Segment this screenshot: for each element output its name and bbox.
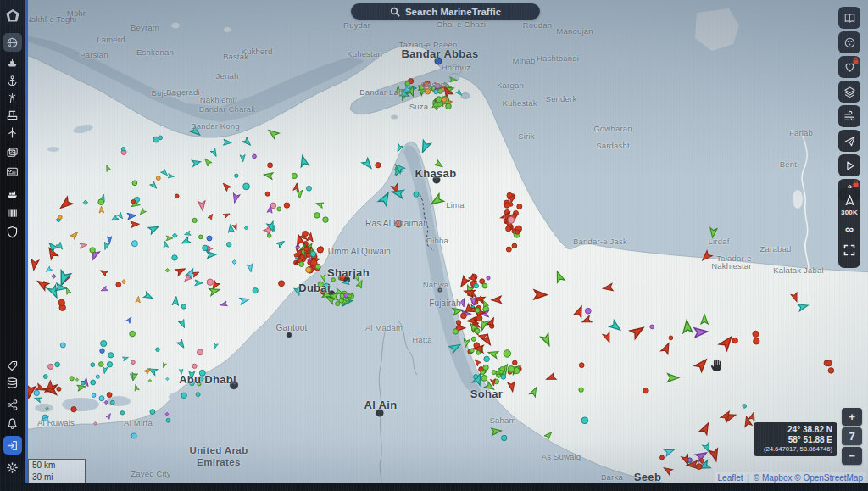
vessel-marker[interactable] xyxy=(181,237,191,246)
vessel-marker[interactable] xyxy=(754,338,760,344)
search-bar[interactable]: Search MarineTraffic xyxy=(351,3,540,20)
vessel-marker[interactable] xyxy=(304,247,309,251)
vessel-marker[interactable] xyxy=(46,407,49,410)
vessel-marker[interactable] xyxy=(266,127,279,139)
vessel-marker[interactable] xyxy=(574,304,585,317)
vessel-marker[interactable] xyxy=(579,363,584,368)
vessel-marker[interactable] xyxy=(501,375,506,380)
vessel-marker[interactable] xyxy=(315,265,320,270)
vessel-marker[interactable] xyxy=(362,158,375,170)
vessel-marker[interactable] xyxy=(213,343,219,349)
share-icon[interactable] xyxy=(3,395,22,414)
wind-button[interactable] xyxy=(838,105,860,127)
vessel-marker[interactable] xyxy=(98,362,103,367)
sign-in-icon[interactable] xyxy=(3,436,22,455)
vessel-marker[interactable] xyxy=(515,230,520,234)
vessel-marker[interactable] xyxy=(475,308,480,313)
vessel-marker[interactable] xyxy=(116,282,121,287)
vessel-marker[interactable] xyxy=(166,418,170,422)
vessel-marker[interactable] xyxy=(554,270,565,282)
vessel-marker[interactable] xyxy=(344,293,348,298)
vessel-marker[interactable] xyxy=(455,89,463,97)
vessel-marker[interactable] xyxy=(240,296,250,304)
vessel-marker[interactable] xyxy=(181,304,186,309)
tag-icon[interactable] xyxy=(3,356,22,375)
plane-button[interactable] xyxy=(838,130,860,152)
vessel-marker[interactable] xyxy=(99,396,104,401)
vessel-marker[interactable] xyxy=(131,360,136,365)
vessel-marker[interactable] xyxy=(709,449,721,462)
vessel-marker[interactable] xyxy=(470,349,474,353)
vessel-marker[interactable] xyxy=(221,181,231,192)
vessel-marker[interactable] xyxy=(509,203,513,207)
vessel-marker[interactable] xyxy=(122,355,129,361)
vessel-marker[interactable] xyxy=(504,350,511,358)
vessel-marker[interactable] xyxy=(156,348,160,352)
vessel-marker[interactable] xyxy=(603,332,613,343)
vessel-marker[interactable] xyxy=(57,387,61,391)
vessel-marker[interactable] xyxy=(482,283,487,288)
vessel-marker[interactable] xyxy=(434,90,438,94)
vessel-marker[interactable] xyxy=(60,343,65,348)
vessel-marker[interactable] xyxy=(181,393,187,399)
vessel-marker[interactable] xyxy=(110,400,114,405)
vessel-marker[interactable] xyxy=(450,77,457,82)
vessel-marker[interactable] xyxy=(70,377,74,381)
vessel-marker[interactable] xyxy=(449,342,462,354)
vessel-marker[interactable] xyxy=(492,427,502,435)
vessel-marker[interactable] xyxy=(473,358,481,366)
map-canvas[interactable]: Bandar AbbasKhasabSharjahDubaiAbu DhabiA… xyxy=(0,0,868,483)
globe-filter-button[interactable] xyxy=(838,31,860,53)
vessel-marker[interactable] xyxy=(231,193,240,204)
vessel-marker[interactable] xyxy=(661,342,672,354)
vessel-marker[interactable] xyxy=(58,215,63,220)
vessel-marker[interactable] xyxy=(102,366,108,373)
vessel-marker[interactable] xyxy=(530,386,539,397)
vessel-marker[interactable] xyxy=(732,338,737,343)
vessel-marker[interactable] xyxy=(153,137,159,142)
vessel-marker[interactable] xyxy=(276,239,287,248)
vessel-marker[interactable] xyxy=(120,411,124,415)
vessel-marker[interactable] xyxy=(175,194,179,198)
vessel-marker[interactable] xyxy=(242,137,253,148)
vessel-marker[interactable] xyxy=(99,268,108,276)
vessel-marker[interactable] xyxy=(131,221,140,228)
vessel-marker[interactable] xyxy=(393,162,405,174)
vessel-marker[interactable] xyxy=(828,368,834,374)
vessel-marker[interactable] xyxy=(791,293,799,303)
vessel-marker[interactable] xyxy=(480,279,485,284)
vessel-marker[interactable] xyxy=(70,230,80,239)
vessel-marker[interactable] xyxy=(30,259,38,271)
vessel-marker[interactable] xyxy=(198,201,206,211)
globe-icon[interactable] xyxy=(3,33,22,52)
vessel-marker[interactable] xyxy=(166,377,170,381)
vessel-marker[interactable] xyxy=(499,371,503,374)
vessel-marker[interactable] xyxy=(223,139,231,146)
city-marker[interactable] xyxy=(287,333,292,338)
vessel-marker[interactable] xyxy=(92,393,96,398)
vessel-marker[interactable] xyxy=(279,281,285,287)
vessel-marker[interactable] xyxy=(83,200,87,204)
vessel-marker[interactable] xyxy=(207,236,212,241)
vessel-marker[interactable] xyxy=(91,380,96,385)
vessel-marker[interactable] xyxy=(456,321,460,325)
vessel-marker[interactable] xyxy=(99,206,104,213)
city-marker[interactable] xyxy=(438,288,442,292)
vessel-marker[interactable] xyxy=(277,207,281,211)
vessel-marker[interactable] xyxy=(376,163,381,168)
crane-icon[interactable] xyxy=(3,105,22,124)
vessel-marker[interactable] xyxy=(223,211,231,218)
vessel-marker[interactable] xyxy=(178,320,186,329)
vessel-marker[interactable] xyxy=(307,186,312,191)
vessel-marker[interactable] xyxy=(544,430,554,439)
vessel-marker[interactable] xyxy=(165,412,169,416)
vessel-marker[interactable] xyxy=(130,331,136,337)
vessel-marker[interactable] xyxy=(80,242,88,248)
vessel-marker[interactable] xyxy=(476,351,481,355)
vessel-marker[interactable] xyxy=(45,266,53,274)
vessel-marker[interactable] xyxy=(425,89,430,94)
vessel-marker[interactable] xyxy=(581,417,588,424)
vessel-marker[interactable] xyxy=(196,393,200,397)
vessel-marker[interactable] xyxy=(492,296,502,304)
vessel-marker[interactable] xyxy=(508,382,516,392)
